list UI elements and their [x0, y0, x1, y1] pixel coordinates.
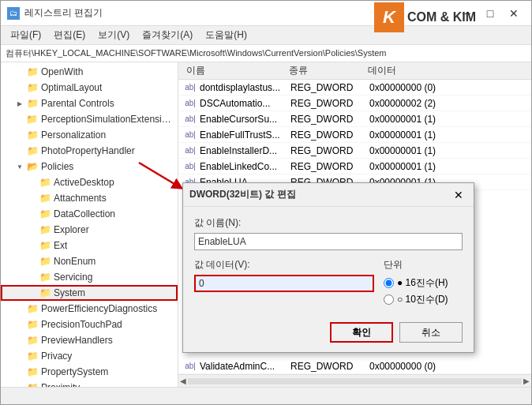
reg-row-0[interactable]: ab| dontdisplaylastus... REG_DWORD 0x000… — [178, 80, 531, 96]
tree-item-photoproperty[interactable]: 📁 PhotoPropertyHandler — [1, 143, 178, 159]
reg-row-validate[interactable]: ab| ValidateAdminC... REG_DWORD 0x000000… — [178, 358, 531, 374]
app-icon: 🗂 — [7, 7, 20, 20]
tree-item-attachments[interactable]: 📁 Attachments — [1, 190, 178, 206]
tree-item-openwith[interactable]: 📁 OpenWith — [1, 64, 178, 80]
tree-item-personalization[interactable]: 📁 Personalization — [1, 127, 178, 143]
tree-item-explorer[interactable]: 📁 Explorer — [1, 222, 178, 238]
horizontal-scrollbar[interactable]: ◀ ▶ — [178, 374, 531, 387]
tree-item-optimallayout[interactable]: 📁 OptimalLayout — [1, 80, 178, 96]
menu-help[interactable]: 도움말(H) — [199, 27, 253, 43]
reg-dword-icon: ab| — [183, 159, 197, 174]
folder-icon: 📁 — [39, 240, 51, 251]
tree-item-propertysystem[interactable]: 📁 PropertySystem — [1, 364, 178, 380]
tree-item-ext[interactable]: 📁 Ext — [1, 238, 178, 253]
folder-icon: 📁 — [26, 114, 39, 125]
reg-data: 0x00000000 (0) — [369, 361, 526, 372]
tree-arrow-expand: ▶ — [13, 97, 26, 110]
tree-label: System — [54, 287, 85, 298]
tree-arrow — [26, 223, 39, 236]
folder-icon: 📁 — [26, 319, 39, 330]
reg-dword-icon: ab| — [183, 112, 197, 126]
folder-open-icon: 📂 — [26, 161, 39, 172]
tree-label: PreviewHandlers — [41, 335, 113, 346]
tree-arrow — [13, 81, 26, 94]
data-value-input[interactable] — [194, 275, 374, 292]
reg-name: DSCAutomatio... — [200, 98, 290, 109]
reg-dword-icon: ab| — [183, 128, 197, 142]
radio-hex[interactable] — [384, 278, 394, 288]
tree-arrow — [13, 113, 26, 126]
folder-icon: 📁 — [39, 224, 51, 235]
reg-row-4[interactable]: ab| EnableInstallerD... REG_DWORD 0x0000… — [178, 143, 531, 159]
tree-label: Parental Controls — [41, 98, 114, 109]
folder-icon: 📁 — [26, 66, 39, 77]
radio-dec-label[interactable]: ○ 10진수(D) — [384, 293, 463, 306]
tree-label: PerceptionSimulationExtensio... — [41, 114, 174, 125]
tree-item-privacy[interactable]: 📁 Privacy — [1, 348, 178, 364]
menu-view[interactable]: 보기(V) — [92, 27, 136, 43]
close-button[interactable]: ✕ — [503, 2, 525, 24]
folder-icon: 📁 — [26, 82, 39, 93]
tree-item-previewhandlers[interactable]: 📁 PreviewHandlers — [1, 332, 178, 348]
tree-label: OpenWith — [41, 66, 83, 77]
reg-name: EnableInstallerD... — [200, 145, 290, 156]
tree-label: NonEnum — [54, 256, 96, 267]
tree-arrow — [13, 66, 26, 78]
tree-item-datacollection[interactable]: 📁 DataCollection — [1, 206, 178, 222]
tree-item-activedesktop[interactable]: 📁 ActiveDesktop — [1, 174, 178, 190]
reg-type: REG_DWORD — [290, 114, 369, 125]
maximize-button[interactable]: □ — [479, 2, 501, 24]
tree-item-system[interactable]: 📁 System — [1, 285, 178, 301]
cancel-button[interactable]: 취소 — [399, 322, 463, 343]
menu-file[interactable]: 파일(F) — [4, 27, 47, 43]
tree-arrow — [13, 318, 26, 331]
address-path: 컴퓨터\HKEY_LOCAL_MACHINE\SOFTWARE\Microsof… — [6, 47, 387, 59]
reg-data: 0x00000001 (1) — [369, 114, 526, 125]
reg-data: 0x00000001 (1) — [369, 129, 526, 141]
reg-row-2[interactable]: ab| EnableCursorSu... REG_DWORD 0x000000… — [178, 111, 531, 127]
tree-item-nonenum[interactable]: 📁 NonEnum — [1, 253, 178, 269]
tree-item-perception[interactable]: 📁 PerceptionSimulationExtensio... — [1, 111, 178, 127]
tree-label: ActiveDesktop — [54, 177, 114, 188]
unit-title: 단위 — [384, 258, 463, 272]
reg-data: 0x00000001 (1) — [369, 145, 526, 156]
registry-header: 이름 종류 데이터 — [178, 62, 531, 80]
dialog-close-button[interactable]: ✕ — [450, 186, 467, 204]
tree-label: PropertySystem — [41, 366, 108, 377]
reg-type: REG_DWORD — [290, 98, 369, 109]
reg-name: dontdisplaylastus... — [200, 82, 290, 93]
folder-icon: 📁 — [26, 145, 39, 156]
reg-row-5[interactable]: ab| EnableLinkedCo... REG_DWORD 0x000000… — [178, 159, 531, 174]
tree-label: Explorer — [54, 224, 89, 235]
tree-label: DataCollection — [54, 208, 115, 219]
tree-item-policies[interactable]: ▼ 📂 Policies — [1, 159, 178, 174]
reg-data: 0x00000001 (1) — [369, 161, 526, 172]
name-label: 값 이름(N): — [194, 216, 463, 230]
confirm-button[interactable]: 확인 — [330, 322, 393, 343]
tree-item-parental[interactable]: ▶ 📁 Parental Controls — [1, 96, 178, 111]
reg-data: 0x00000000 (0) — [369, 82, 526, 93]
dword-edit-dialog: DWORD(32비트) 값 편집 ✕ 값 이름(N): 값 데이터(V): 단위 — [182, 182, 474, 353]
radio-dec[interactable] — [384, 294, 394, 305]
unit-group: 단위 ● 16진수(H) ○ 10진수(D) — [384, 258, 463, 306]
tree-item-precisiontouch[interactable]: 📁 PrecisionTouchPad — [1, 317, 178, 332]
tree-item-servicing[interactable]: 📁 Servicing — [1, 269, 178, 285]
reg-dword-icon: ab| — [183, 96, 197, 111]
tree-arrow — [13, 381, 26, 387]
radio-hex-label[interactable]: ● 16진수(H) — [384, 276, 463, 290]
reg-dword-icon: ab| — [183, 359, 197, 373]
tree-item-proximity[interactable]: 📁 Proximity — [1, 380, 178, 387]
folder-icon: 📁 — [39, 193, 51, 204]
reg-type: REG_DWORD — [290, 145, 369, 156]
tree-panel: 📁 OpenWith 📁 OptimalLayout ▶ 📁 Parental … — [1, 62, 178, 387]
reg-row-3[interactable]: ab| EnableFullTrustS... REG_DWORD 0x0000… — [178, 127, 531, 143]
menu-edit[interactable]: 편집(E) — [47, 27, 92, 43]
reg-row-1[interactable]: ab| DSCAutomatio... REG_DWORD 0x00000002… — [178, 96, 531, 111]
tree-item-powereff[interactable]: 📁 PowerEfficiencyDiagnostics — [1, 301, 178, 317]
status-bar — [1, 387, 531, 404]
tree-label: PhotoPropertyHandler — [41, 145, 135, 156]
menu-favorites[interactable]: 즐겨찾기(A) — [136, 27, 199, 43]
dialog-footer: 확인 취소 — [183, 316, 474, 352]
name-input[interactable] — [194, 233, 463, 250]
tree-label: Personalization — [41, 129, 106, 141]
